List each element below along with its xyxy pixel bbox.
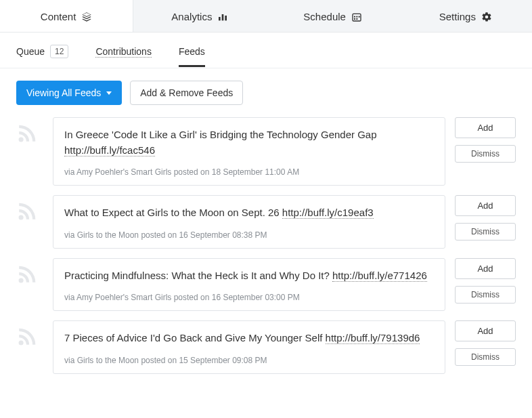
feed-title-line: In Greece 'Code It Like a Girl' is Bridg… — [64, 127, 434, 158]
svg-point-11 — [19, 278, 24, 283]
feed-actions: AddDismiss — [455, 117, 516, 163]
svg-point-10 — [19, 215, 24, 220]
add-button[interactable]: Add — [455, 258, 516, 279]
subtab-feeds-label: Feeds — [179, 46, 205, 57]
feeds-toolbar: Viewing All Feeds Add & Remove Feeds — [0, 68, 532, 113]
feed-card: What to Expect at Girls to the Moon on S… — [53, 195, 445, 249]
feed-actions: AddDismiss — [455, 320, 516, 366]
add-remove-feeds-label: Add & Remove Feeds — [140, 87, 233, 98]
dismiss-button[interactable]: Dismiss — [455, 145, 516, 163]
feed-title: In Greece 'Code It Like a Girl' is Bridg… — [64, 129, 377, 140]
svg-point-12 — [19, 340, 24, 345]
chevron-down-icon — [106, 91, 112, 95]
viewing-all-feeds-button[interactable]: Viewing All Feeds — [16, 81, 122, 105]
queue-count-badge: 12 — [50, 45, 68, 58]
stack-icon — [81, 12, 92, 22]
dismiss-button[interactable]: Dismiss — [455, 286, 516, 304]
feed-url[interactable]: http://buff.ly/c19eaf3 — [282, 207, 374, 219]
feed-row: In Greece 'Code It Like a Girl' is Bridg… — [16, 117, 516, 186]
bars-icon — [217, 12, 228, 22]
feed-meta: via Amy Poehler's Smart Girls posted on … — [64, 167, 434, 177]
tab-analytics-label: Analytics — [171, 11, 212, 22]
feed-row: What to Expect at Girls to the Moon on S… — [16, 195, 516, 249]
dismiss-button[interactable]: Dismiss — [455, 223, 516, 241]
feed-card: Practicing Mindfulness: What the Heck is… — [53, 258, 445, 312]
feed-title-line: Practicing Mindfulness: What the Heck is… — [64, 268, 434, 284]
feed-actions: AddDismiss — [455, 258, 516, 304]
feed-url[interactable]: http://buff.ly/79139d6 — [326, 332, 420, 344]
feed-meta: via Amy Poehler's Smart Girls posted on … — [64, 293, 434, 302]
tab-settings-label: Settings — [439, 11, 476, 22]
svg-rect-3 — [353, 14, 361, 21]
tab-schedule-label: Schedule — [303, 11, 346, 22]
subtab-feeds[interactable]: Feeds — [179, 46, 205, 66]
svg-rect-1 — [222, 14, 224, 20]
svg-rect-2 — [225, 16, 227, 20]
feed-url[interactable]: http://buff.ly/e771426 — [332, 270, 427, 282]
feed-card: 7 Pieces of Advice I'd Go Back and Give … — [53, 320, 445, 374]
add-button[interactable]: Add — [455, 117, 516, 138]
svg-rect-4 — [354, 16, 355, 17]
feed-list: In Greece 'Code It Like a Girl' is Bridg… — [0, 113, 532, 397]
tab-analytics[interactable]: Analytics — [133, 0, 266, 32]
subtab-queue[interactable]: Queue 12 — [16, 45, 68, 68]
tab-settings[interactable]: Settings — [399, 0, 532, 32]
tab-content-label: Content — [41, 11, 76, 22]
svg-rect-7 — [354, 18, 355, 20]
svg-rect-6 — [359, 16, 360, 17]
rss-icon — [16, 117, 43, 144]
subtab-contributions-label: Contributions — [95, 46, 152, 58]
feed-row: 7 Pieces of Advice I'd Go Back and Give … — [16, 320, 516, 374]
feed-title-line: 7 Pieces of Advice I'd Go Back and Give … — [64, 331, 434, 346]
svg-rect-8 — [356, 18, 357, 20]
feed-meta: via Girls to the Moon posted on 16 Septe… — [64, 230, 434, 240]
feed-title-line: What to Expect at Girls to the Moon on S… — [64, 205, 434, 221]
calendar-icon — [351, 12, 362, 22]
add-button[interactable]: Add — [455, 320, 516, 341]
tab-content[interactable]: Content — [0, 0, 133, 32]
svg-point-9 — [19, 137, 24, 142]
feed-actions: AddDismiss — [455, 195, 516, 241]
add-button[interactable]: Add — [455, 195, 516, 216]
svg-rect-5 — [356, 16, 357, 17]
add-remove-feeds-button[interactable]: Add & Remove Feeds — [130, 81, 243, 105]
subtab-queue-label: Queue — [16, 46, 45, 57]
feed-title: 7 Pieces of Advice I'd Go Back and Give … — [64, 332, 322, 343]
feed-card: In Greece 'Code It Like a Girl' is Bridg… — [53, 117, 445, 186]
top-tabs: Content Analytics Schedule Settings — [0, 0, 532, 33]
subtab-contributions[interactable]: Contributions — [95, 46, 152, 66]
tab-schedule[interactable]: Schedule — [267, 0, 399, 32]
dismiss-button[interactable]: Dismiss — [455, 348, 516, 366]
viewing-all-feeds-label: Viewing All Feeds — [26, 87, 101, 98]
feed-row: Practicing Mindfulness: What the Heck is… — [16, 258, 516, 312]
feed-meta: via Girls to the Moon posted on 15 Septe… — [64, 356, 434, 365]
svg-rect-0 — [219, 17, 221, 20]
gear-icon — [481, 12, 492, 22]
feed-title: Practicing Mindfulness: What the Heck is… — [64, 270, 330, 281]
sub-tabs: Queue 12 Contributions Feeds — [0, 33, 532, 68]
feed-title: What to Expect at Girls to the Moon on S… — [64, 207, 280, 218]
feed-url[interactable]: http://buff.ly/fcac546 — [64, 144, 155, 156]
rss-icon — [16, 195, 43, 222]
rss-icon — [16, 320, 43, 348]
rss-icon — [16, 258, 43, 285]
